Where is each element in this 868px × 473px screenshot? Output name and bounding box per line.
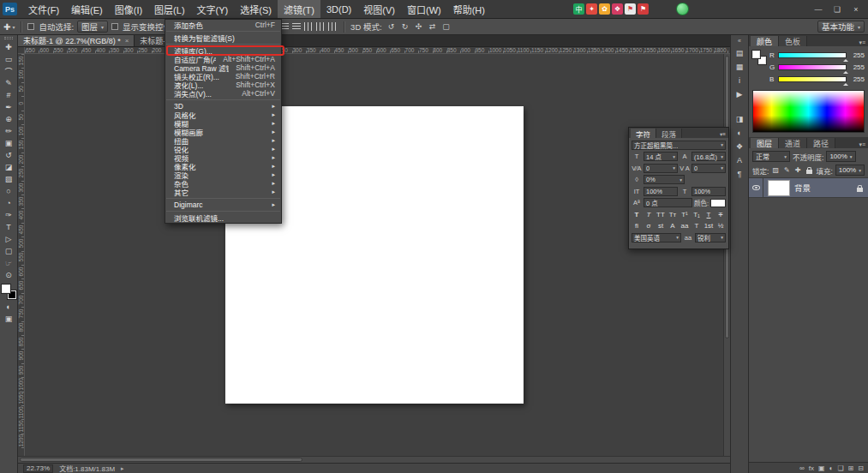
restore-button[interactable]: ❏ [828, 3, 847, 15]
tray-icon-1[interactable]: ✦ [586, 3, 597, 15]
dock-info-icon[interactable]: i [733, 74, 747, 87]
strikethrough-button[interactable]: T [715, 210, 726, 219]
font-size-select[interactable]: 14 点▾ [644, 152, 678, 161]
workspace-switcher[interactable]: 基本功能▾ [817, 21, 865, 33]
menu-help[interactable]: 帮助(H) [447, 0, 491, 18]
lasso-tool[interactable]: ⌒ [1, 65, 17, 77]
horizontal-scrollbar[interactable] [18, 456, 730, 463]
healing-brush-tool[interactable]: ⊕ [1, 113, 17, 125]
ot-titling-button[interactable]: T [691, 221, 702, 231]
ot-swash-button[interactable]: A [667, 221, 678, 231]
channel-value[interactable]: 255 [849, 75, 865, 83]
dock-history-icon[interactable]: ▤ [733, 46, 747, 59]
ot-ligatures-button[interactable]: fi [632, 221, 642, 231]
close-icon[interactable]: × [125, 37, 129, 45]
scrollbar-thumb[interactable] [20, 458, 302, 462]
vertical-ruler[interactable]: 1501005005010015020025030035040045050055… [18, 54, 25, 456]
foreground-color-swatch[interactable] [2, 284, 10, 293]
menu-item-vanishing-point[interactable]: 消失点(V)...Alt+Ctrl+V [165, 89, 281, 98]
new-layer-icon[interactable]: ⊞ [848, 464, 854, 472]
panel-menu-icon[interactable]: ▾≡ [720, 131, 728, 138]
path-selection-tool[interactable]: ▷ [1, 233, 17, 245]
dock-properties-icon[interactable]: ◨ [733, 112, 747, 125]
hand-tool[interactable]: ☞ [1, 257, 17, 269]
panel-menu-icon[interactable]: ▾≡ [856, 141, 868, 148]
dodge-tool[interactable]: ◔ [1, 197, 17, 209]
menu-window[interactable]: 窗口(W) [401, 0, 447, 18]
tray-icon-2[interactable]: ✿ [599, 3, 610, 15]
menu-type[interactable]: 文字(Y) [191, 0, 235, 18]
horizontal-scale-field[interactable]: 100% [691, 187, 726, 196]
zoom-level[interactable]: 22.73% [23, 464, 53, 473]
lock-transparent-icon[interactable]: ▨ [771, 165, 780, 175]
lock-image-icon[interactable]: ✎ [782, 165, 791, 175]
panel-menu-icon[interactable]: ▾≡ [856, 39, 868, 46]
antialias-select[interactable]: 锐利▾ [695, 233, 726, 242]
delete-layer-icon[interactable]: ⊟ [858, 464, 864, 472]
status-arrow-icon[interactable]: ▸ [121, 465, 124, 472]
marquee-tool[interactable]: ▭ [1, 53, 17, 65]
all-caps-button[interactable]: TT [655, 210, 666, 219]
blend-mode-dropdown[interactable]: 正常▾ [752, 151, 790, 162]
ruler-corner[interactable] [18, 47, 25, 54]
dock-navigator-icon[interactable]: ▦ [733, 60, 747, 73]
faux-italic-button[interactable]: T [644, 210, 654, 219]
3d-scale-icon[interactable]: ▢ [440, 22, 452, 31]
eyedropper-tool[interactable]: ✒ [1, 101, 17, 113]
panel-color-swatches[interactable] [752, 51, 766, 64]
menu-item-convert-smart-filters[interactable]: 转换为智能滤镜(S) [165, 33, 281, 42]
faux-bold-button[interactable]: T [632, 210, 642, 219]
menu-layer[interactable]: 图层(L) [148, 0, 190, 18]
auto-select-checkbox[interactable]: 自动选择: [27, 21, 74, 33]
tab-character[interactable]: 字符 [631, 129, 656, 138]
font-family-select[interactable]: 方正超粗黑简...▾ [632, 141, 726, 150]
superscript-button[interactable]: T¹ [679, 210, 690, 219]
close-button[interactable]: × [847, 3, 865, 15]
dock-styles-icon[interactable]: ❖ [733, 140, 747, 153]
current-tool-icon[interactable]: ✚▾ [3, 22, 15, 32]
show-transform-checkbox[interactable]: 显示变换控件 [111, 21, 171, 33]
tab-layers[interactable]: 图层 [751, 138, 779, 148]
ot-contextual-button[interactable]: σ [644, 221, 654, 231]
fill-dropdown[interactable]: 100%▾ [835, 165, 865, 176]
menu-item-other[interactable]: 其它▸ [165, 188, 281, 196]
zoom-tool[interactable]: ⊙ [1, 269, 17, 281]
tab-swatches[interactable]: 色板 [779, 36, 807, 46]
menu-image[interactable]: 图像(I) [109, 0, 148, 18]
vertical-scrollbar[interactable] [723, 54, 730, 456]
layer-group-icon[interactable]: ❏ [837, 464, 843, 472]
menu-item-digimarc[interactable]: Digimarc▸ [165, 201, 281, 209]
overlay-ball-icon[interactable] [676, 3, 689, 15]
link-layers-icon[interactable]: ∞ [799, 464, 805, 472]
visibility-toggle[interactable] [749, 178, 763, 197]
color-swatches[interactable] [2, 284, 16, 299]
menu-3d[interactable]: 3D(D) [320, 0, 357, 18]
document-tab[interactable]: 未标题-1 @ 22.7%(RGB/8) *× [18, 35, 135, 46]
leading-select[interactable]: (16.8点)▾ [691, 152, 726, 161]
3d-rotate-icon[interactable]: ↺ [386, 22, 398, 31]
ot-ordinals-button[interactable]: 1st [703, 221, 714, 231]
3d-slide-icon[interactable]: ⇄ [427, 22, 439, 31]
tab-channels[interactable]: 通道 [779, 138, 807, 148]
language-select[interactable]: 美国英语▾ [632, 233, 681, 242]
pen-tool[interactable]: ✑ [1, 209, 17, 221]
opacity-dropdown[interactable]: 100%▾ [826, 151, 855, 162]
adjustment-layer-icon[interactable]: ◐ [829, 464, 834, 472]
distribute-center-icon[interactable] [315, 22, 326, 31]
3d-drag-icon[interactable]: ✣ [413, 22, 425, 31]
menu-item-browse-filters-online[interactable]: 浏览联机滤镜... [165, 213, 281, 222]
menu-view[interactable]: 视图(V) [357, 0, 401, 18]
toolbar-grip[interactable] [4, 37, 13, 39]
tray-icon-3[interactable]: ❖ [612, 3, 623, 15]
dock-adjustments-icon[interactable]: ◐ [733, 126, 747, 139]
distribute-left-icon[interactable] [303, 22, 314, 31]
gradient-tool[interactable]: ▨ [1, 173, 17, 185]
baseline-shift-field[interactable]: 0 点 [644, 198, 692, 207]
menu-filter[interactable]: 滤镜(T) [278, 0, 320, 18]
tracking-select[interactable]: 0▾ [691, 164, 726, 173]
tab-paragraph[interactable]: 段落 [656, 129, 682, 138]
small-caps-button[interactable]: Tᴛ [667, 210, 678, 219]
menu-item-last-filter[interactable]: 添加杂色Ctrl+F [165, 21, 281, 29]
checkbox-icon[interactable] [111, 23, 118, 30]
tray-icon-ime[interactable]: 中 [573, 3, 584, 15]
